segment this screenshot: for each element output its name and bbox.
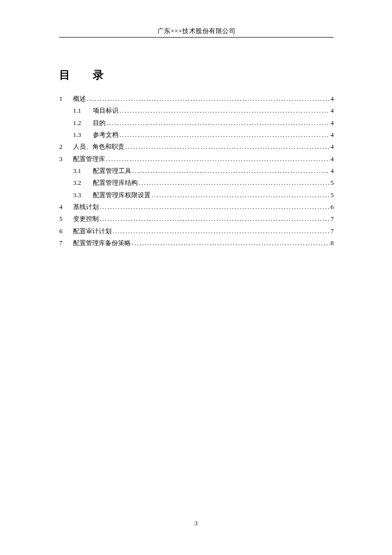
toc-dots [112,227,330,236]
toc-dots [105,155,330,164]
toc-dots [131,167,330,176]
toc-entry: 4基线计划6 [59,203,334,212]
toc-entry-page: 4 [330,167,334,176]
toc-entry-number: 4 [59,203,73,212]
toc-dots [86,94,330,104]
toc-entry-label: 参考文档 [93,130,118,140]
toc-entry-page: 4 [330,106,334,116]
toc-entry: 1概述4 [59,94,334,104]
toc-dots [131,239,330,248]
toc-entry-page: 4 [330,94,334,104]
toc-entry: 6配置审计计划7 [59,227,334,236]
toc-entry-number: 3.1 [73,167,93,176]
toc-entry-label: 配置管理工具 [93,167,131,176]
toc-entry-label: 概述 [73,94,86,104]
toc-dots [99,214,330,224]
toc-entry-page: 5 [330,178,334,188]
toc-entry-number: 1.3 [73,130,93,140]
toc-entry-label: 基线计划 [73,203,99,212]
toc-dots [99,203,330,212]
page-number: 3 [0,519,392,527]
toc-entry-number: 5 [59,214,73,224]
toc-entry: 3配置管理库4 [59,155,334,164]
toc-entry-number: 3 [59,155,73,164]
toc-entry: 7配置管理库备份策略8 [59,239,334,248]
toc-dots [138,178,330,188]
toc-entry: 1.3参考文档4 [59,130,334,140]
toc-entry: 3.1配置管理工具4 [59,167,334,176]
toc-entry-number: 1 [59,94,73,104]
toc-entry: 5变更控制7 [59,214,334,224]
toc-entry-label: 配置管理库结构 [93,178,138,188]
toc-entry-page: 7 [330,227,334,236]
toc-entry-number: 3.2 [73,178,93,188]
toc-entry: 3.3配置管理库权限设置5 [59,191,334,200]
toc-entry-number: 1.2 [73,119,93,128]
table-of-contents: 1概述41.1项目标识41.2目的41.3参考文档42人员、角色和职责43配置管… [59,94,334,251]
toc-dots [106,119,330,128]
toc-entry-number: 1.1 [73,106,93,116]
toc-entry-page: 6 [330,203,334,212]
company-name: 广东×××技术股份有限公司 [157,27,236,35]
toc-entry-label: 变更控制 [73,214,99,224]
toc-entry-label: 目的 [93,119,106,128]
toc-dots [118,130,330,140]
toc-entry-page: 5 [330,191,334,200]
toc-dots [151,191,330,200]
toc-entry-label: 配置管理库 [73,155,105,164]
toc-entry-page: 4 [330,142,334,152]
page-header: 广东×××技术股份有限公司 [59,27,334,38]
toc-entry: 2人员、角色和职责4 [59,142,334,152]
toc-entry-label: 人员、角色和职责 [73,142,124,152]
toc-entry-page: 4 [330,130,334,140]
toc-title: 目 录 [59,68,114,83]
toc-entry-number: 6 [59,227,73,236]
toc-entry-page: 4 [330,155,334,164]
toc-dots [118,106,330,116]
toc-entry-page: 4 [330,119,334,128]
toc-entry: 3.2配置管理库结构5 [59,178,334,188]
toc-entry: 1.1项目标识4 [59,106,334,116]
toc-entry-label: 配置审计计划 [73,227,112,236]
toc-entry-page: 8 [330,239,334,248]
toc-entry-page: 7 [330,214,334,224]
toc-entry-label: 项目标识 [93,106,118,116]
toc-dots [124,142,330,152]
toc-entry-number: 2 [59,142,73,152]
toc-entry-label: 配置管理库备份策略 [73,239,131,248]
toc-entry-label: 配置管理库权限设置 [93,191,151,200]
toc-entry-number: 3.3 [73,191,93,200]
toc-entry-number: 7 [59,239,73,248]
toc-entry: 1.2目的4 [59,119,334,128]
